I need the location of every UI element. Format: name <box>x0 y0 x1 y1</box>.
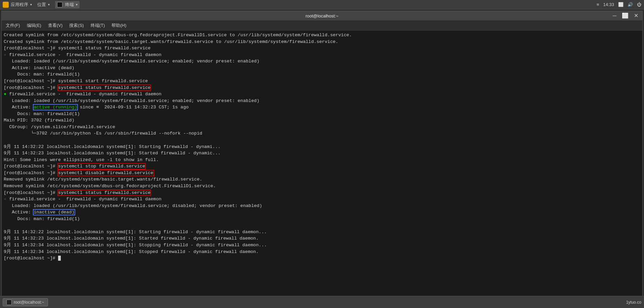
terminal-line: [root@localhost ~]# systemctl disable fi… <box>4 170 640 176</box>
terminal-line: ● firewalld.service - firewalld - dynami… <box>4 52 640 58</box>
taskbar-terminal-icon <box>6 300 12 305</box>
terminal-line: Active: active (running) since ≡ 2024-09… <box>4 104 640 111</box>
terminal-line: 9月 11 14:32:22 localhost.localdomain sys… <box>4 144 640 150</box>
minimize-button[interactable]: ─ <box>611 13 618 18</box>
title-bar: root@localhost:~ ─ ⬜ ✕ <box>2 11 642 20</box>
system-bar: 应用程序 ▾ 位置 ▾ 终端 ▾ ≡ 14:33 ⬜ 🔊 ⏻ <box>0 0 644 9</box>
terminal-line: 9月 11 14:32:23 localhost.localdomain sys… <box>4 235 640 242</box>
cursor <box>58 256 61 261</box>
maximize-button[interactable]: ⬜ <box>620 13 630 18</box>
terminal-line: ● firewalld.service - firewalld - dynami… <box>4 196 640 203</box>
menu-icon: ≡ <box>597 2 599 7</box>
terminal-line: Created symlink from /etc/systemd/system… <box>4 32 640 39</box>
command-highlight: systemctl disable firewalld.service <box>58 170 153 175</box>
taskbar-terminal[interactable]: root@localhost:~ <box>3 298 48 306</box>
system-bar-left: 应用程序 ▾ 位置 ▾ 终端 ▾ <box>3 1 80 8</box>
command-highlight: systemctl status firewalld.service <box>58 85 150 90</box>
taskbar: root@localhost:~ 1ytuo.co <box>0 296 644 308</box>
terminal-line: 9月 11 14:32:22 localhost.localdomain sys… <box>4 229 640 236</box>
active-status: active (running) <box>34 105 77 110</box>
terminal-line: Active: inactive (dead) <box>4 209 640 216</box>
terminal-menu[interactable]: 终端 ▾ <box>55 1 80 8</box>
command-highlight: systemctl stop firewalld.service <box>58 164 145 169</box>
terminal-content[interactable]: Created symlink from /etc/systemd/system… <box>2 31 642 298</box>
terminal-line: Docs: man: firewalld(1) <box>4 111 640 117</box>
terminal-line <box>4 222 640 229</box>
clock: 14:33 <box>603 2 614 7</box>
chevron-down-icon: ▾ <box>48 3 50 6</box>
terminal-line: └─3702 /usr/bin/python -Es /usr/sbin/fir… <box>4 130 640 137</box>
taskbar-terminal-label: root@localhost:~ <box>14 300 44 305</box>
chevron-down-icon: ▾ <box>30 3 32 6</box>
terminal-line: Hint: Some lines were ellipsized, use -l… <box>4 157 640 163</box>
terminal-line: [root@localhost ~]# systemctl stop firew… <box>4 163 640 170</box>
command-highlight: systemctl status firewalld.service <box>58 190 150 195</box>
menu-help[interactable]: 帮助(H) <box>109 22 129 29</box>
terminal-line: 9月 11 14:32:23 localhost.localdomain sys… <box>4 150 640 157</box>
menu-file[interactable]: 文件(F) <box>3 22 23 29</box>
location-menu[interactable]: 位置 ▾ <box>37 2 50 8</box>
terminal-window: root@localhost:~ ─ ⬜ ✕ 文件(F) 编辑(E) 查看(V)… <box>1 11 643 298</box>
terminal-line: 9月 11 14:32:34 localhost.localdomain sys… <box>4 242 640 249</box>
terminal-line: [root@localhost ~]# systemctl status fir… <box>4 190 640 196</box>
close-button[interactable]: ✕ <box>633 13 640 18</box>
volume-icon: 🔊 <box>628 2 633 7</box>
terminal-line: [root@localhost ~]# systemctl start fire… <box>4 78 640 85</box>
menu-search[interactable]: 搜索(S) <box>66 22 86 29</box>
terminal-line: 9月 11 14:32:34 localhost.localdomain sys… <box>4 249 640 255</box>
terminal-line: Docs: man: firewalld(1) <box>4 71 640 78</box>
terminal-line: Created symlink from /etc/systemd/system… <box>4 39 640 45</box>
terminal-line: CGroup: /system.slice/firewalld.service <box>4 124 640 131</box>
terminal-line: Active: inactive (dead) <box>4 65 640 71</box>
menu-bar: 文件(F) 编辑(E) 查看(V) 搜索(S) 终端(T) 帮助(H) <box>2 20 642 31</box>
terminal-line: Main PID: 3702 (firewalld) <box>4 117 640 124</box>
window-icon: ⬜ <box>618 2 624 7</box>
terminal-line: Docs: man: firewalld(1) <box>4 216 640 222</box>
terminal-line: ● firewalld.service - firewalld - dynami… <box>4 91 640 98</box>
terminal-line: Removed symlink /etc/systemd/system/basi… <box>4 176 640 183</box>
inactive-status: inactive (dead) <box>34 210 75 215</box>
taskbar-watermark: 1ytuo.co <box>626 300 641 305</box>
terminal-line: [root@localhost ~]# systemctl status fir… <box>4 85 640 91</box>
system-bar-right: ≡ 14:33 ⬜ 🔊 ⏻ <box>597 2 641 7</box>
terminal-line: Loaded: loaded (/usr/lib/systemd/system/… <box>4 58 640 65</box>
terminal-line: [root@localhost ~]# <box>4 255 640 262</box>
menu-edit[interactable]: 编辑(E) <box>24 22 44 29</box>
terminal-line: Loaded: loaded (/usr/lib/systemd/system/… <box>4 203 640 209</box>
terminal-line: [root@localhost ~]# systemctl status fir… <box>4 45 640 52</box>
chevron-down-icon: ▾ <box>76 3 78 6</box>
terminal-line <box>4 137 640 144</box>
title-bar-controls: ─ ⬜ ✕ <box>611 13 640 18</box>
menu-view[interactable]: 查看(V) <box>45 22 65 29</box>
terminal-line: Removed symlink /etc/systemd/system/dbus… <box>4 183 640 190</box>
power-icon: ⏻ <box>637 2 641 7</box>
title-bar-title: root@localhost:~ <box>306 13 338 18</box>
app-menu[interactable]: 应用程序 ▾ <box>3 2 32 8</box>
terminal-line: Loaded: loaded (/usr/lib/systemd/system/… <box>4 98 640 104</box>
menu-terminal[interactable]: 终端(T) <box>88 22 108 29</box>
